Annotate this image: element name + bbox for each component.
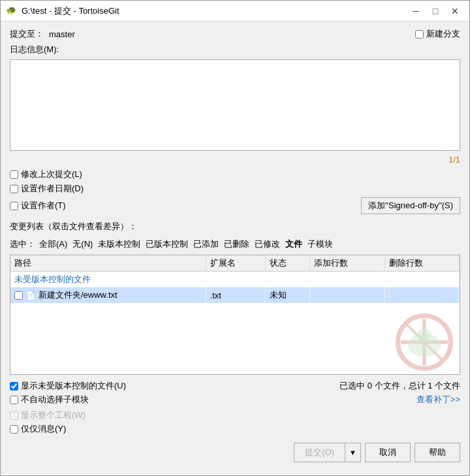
only-message-text: 仅仅消息(Y) <box>21 423 66 435</box>
author-date-row: 设置作者日期(D) <box>10 183 460 195</box>
log-textarea[interactable] <box>10 59 460 151</box>
close-button[interactable]: ✕ <box>446 3 464 19</box>
branch-value: master <box>49 29 88 39</box>
file-table: 路径 扩展名 状态 添加行数 删除行数 未受版本控制的文件 <box>10 255 460 303</box>
show-full-project-text: 显示整个工程(W) <box>21 409 86 421</box>
char-counter: 1/1 <box>448 155 460 165</box>
filter-row: 选中： 全部(A) 无(N) 未版本控制 已版本控制 已添加 已删除 已修改 文… <box>10 238 460 251</box>
file-table-wrapper: 路径 扩展名 状态 添加行数 删除行数 未受版本控制的文件 <box>10 255 460 375</box>
extra-checkboxes: 显示整个工程(W) 仅仅消息(Y) <box>10 409 460 435</box>
status-text: 已选中 0 个文件，总计 1 个文件 <box>339 380 460 392</box>
file-del-lines-cell <box>384 287 459 303</box>
new-branch-checkbox-label[interactable]: 新建分支 <box>415 28 460 40</box>
window-controls: ─ □ ✕ <box>407 3 464 19</box>
file-icon: 📄 <box>25 291 36 300</box>
amend-row: 修改上次提交(L) <box>10 168 460 180</box>
bottom-options-row: 显示未受版本控制的文件(U) 不自动选择子模块 已选中 0 个文件，总计 1 个… <box>10 380 460 405</box>
file-checkbox[interactable] <box>14 291 23 300</box>
unversioned-label: 未受版本控制的文件 <box>10 272 460 288</box>
maximize-button[interactable]: □ <box>426 3 445 19</box>
col-path: 路径 <box>10 255 206 272</box>
only-message-label[interactable]: 仅仅消息(Y) <box>10 423 460 435</box>
author-date-checkbox[interactable] <box>10 185 18 193</box>
window-title: G:\test - 提交 - TortoiseGit <box>22 5 407 17</box>
app-icon: 🐢 <box>6 5 18 17</box>
show-full-project-label[interactable]: 显示整个工程(W) <box>10 409 460 421</box>
help-button[interactable]: 帮助 <box>415 443 460 462</box>
main-window: 🐢 G:\test - 提交 - TortoiseGit ─ □ ✕ 提交至： … <box>0 0 470 476</box>
filter-unversioned[interactable]: 未版本控制 <box>97 238 142 251</box>
commit-to-row: 提交至： master 新建分支 <box>10 28 460 40</box>
filter-deleted[interactable]: 已删除 <box>223 238 251 251</box>
no-auto-submodule-checkbox[interactable] <box>10 396 18 404</box>
unversioned-group-row[interactable]: 未受版本控制的文件 <box>10 272 460 288</box>
amend-checkbox-label[interactable]: 修改上次提交(L) <box>10 168 82 180</box>
author-date-checkbox-label[interactable]: 设置作者日期(D) <box>10 183 84 195</box>
new-branch-label: 新建分支 <box>426 28 460 40</box>
commit-button[interactable]: 提交(O) <box>294 443 345 462</box>
status-and-view: 已选中 0 个文件，总计 1 个文件 查看补丁>> <box>339 380 460 405</box>
file-table-container[interactable]: 路径 扩展名 状态 添加行数 删除行数 未受版本控制的文件 <box>10 255 460 375</box>
col-ext: 扩展名 <box>206 255 265 272</box>
commit-button-group: 提交(O) ▼ <box>294 443 361 462</box>
commit-dropdown-button[interactable]: ▼ <box>345 443 361 462</box>
set-author-checkbox[interactable] <box>10 202 18 210</box>
commit-to-label: 提交至： <box>10 28 44 40</box>
filter-files[interactable]: 文件 <box>284 238 304 251</box>
col-add-lines: 添加行数 <box>310 255 384 272</box>
file-path: 新建文件夹/ewww.txt <box>39 289 118 301</box>
counter-row: 1/1 <box>10 155 460 165</box>
new-branch-checkbox[interactable] <box>415 30 424 39</box>
changes-list-label: 变更列表（双击文件查看差异）： <box>10 221 460 232</box>
author-date-label: 设置作者日期(D) <box>21 183 84 195</box>
show-full-project-checkbox <box>10 411 18 420</box>
signed-off-button[interactable]: 添加"Signed-off-by"(S) <box>361 197 460 214</box>
log-info-label: 日志信息(M): <box>10 44 460 56</box>
changes-label: 变更列表（双击文件查看差异）： <box>10 221 137 231</box>
bottom-buttons: 提交(O) ▼ 取消 帮助 <box>10 443 460 469</box>
table-header-row: 路径 扩展名 状态 添加行数 删除行数 <box>10 255 460 272</box>
amend-label: 修改上次提交(L) <box>21 168 82 180</box>
title-bar: 🐢 G:\test - 提交 - TortoiseGit ─ □ ✕ <box>1 1 469 22</box>
main-content: 提交至： master 新建分支 日志信息(M): 1/1 修改上次提交(L) <box>1 22 469 475</box>
set-author-label: 设置作者(T) <box>21 200 66 212</box>
filter-versioned[interactable]: 已版本控制 <box>144 238 189 251</box>
filter-added[interactable]: 已添加 <box>192 238 220 251</box>
amend-checkbox[interactable] <box>10 170 18 179</box>
show-unversioned-text: 显示未受版本控制的文件(U) <box>21 380 126 392</box>
filter-none[interactable]: 无(N) <box>71 238 94 251</box>
filter-all[interactable]: 全部(A) <box>38 238 69 251</box>
set-author-row: 设置作者(T) 添加"Signed-off-by"(S) <box>10 197 460 214</box>
no-auto-submodule-text: 不自动选择子模块 <box>21 394 89 405</box>
bottom-checkboxes: 显示未受版本控制的文件(U) 不自动选择子模块 <box>10 380 126 405</box>
file-ext-cell: .txt <box>206 287 265 303</box>
set-author-checkbox-label[interactable]: 设置作者(T) <box>10 200 66 212</box>
table-row[interactable]: 📄 新建文件夹/ewww.txt .txt 未知 <box>10 287 460 303</box>
file-add-lines-cell <box>310 287 384 303</box>
minimize-button[interactable]: ─ <box>407 3 425 19</box>
show-unversioned-checkbox[interactable] <box>10 382 18 390</box>
only-message-checkbox[interactable] <box>10 425 18 434</box>
file-path-cell: 📄 新建文件夹/ewww.txt <box>10 287 206 303</box>
filter-modified[interactable]: 已修改 <box>253 238 281 251</box>
options-checkboxes: 修改上次提交(L) 设置作者日期(D) 设置作者(T) 添加"Signed-of… <box>10 168 460 214</box>
col-status: 状态 <box>265 255 310 272</box>
col-del-lines: 删除行数 <box>384 255 459 272</box>
file-status-cell: 未知 <box>265 287 310 303</box>
view-more-link[interactable]: 查看补丁>> <box>416 394 460 405</box>
no-auto-submodule-label[interactable]: 不自动选择子模块 <box>10 394 126 405</box>
filter-submodule[interactable]: 子模块 <box>306 238 334 251</box>
select-label: 选中： <box>10 238 35 250</box>
show-unversioned-label[interactable]: 显示未受版本控制的文件(U) <box>10 380 126 392</box>
cancel-button[interactable]: 取消 <box>365 443 411 462</box>
